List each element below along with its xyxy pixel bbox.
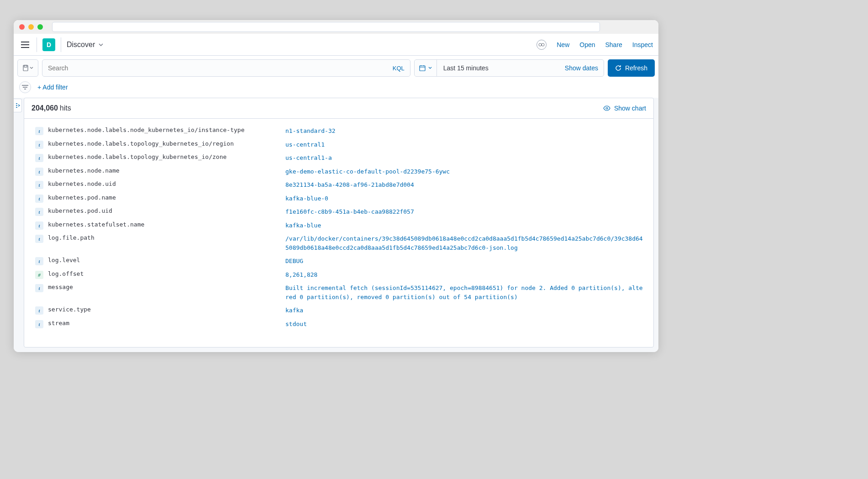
field-value[interactable]: stdout bbox=[285, 320, 307, 329]
hits-count: 204,060 bbox=[32, 104, 58, 112]
field-row[interactable]: tkubernetes.node.namegke-demo-elastic-co… bbox=[35, 165, 645, 179]
date-quick-select[interactable] bbox=[415, 60, 437, 76]
browser-url-box[interactable] bbox=[52, 22, 600, 32]
field-row[interactable]: tstreamstdout bbox=[35, 317, 645, 331]
refresh-label: Refresh bbox=[625, 64, 647, 72]
field-list[interactable]: tkubernetes.node.labels.node_kubernetes_… bbox=[24, 119, 653, 347]
calendar-icon bbox=[419, 65, 426, 71]
chevron-down-icon bbox=[428, 66, 432, 70]
date-picker-group: Last 15 minutes Show dates bbox=[414, 59, 604, 77]
field-value[interactable]: kafka-blue-0 bbox=[285, 194, 328, 203]
field-value[interactable]: f1e160fc-c8b9-451a-b4eb-caa98822f057 bbox=[285, 207, 414, 216]
filter-options-button[interactable] bbox=[19, 81, 31, 93]
text-type-icon: t bbox=[35, 257, 43, 265]
new-link[interactable]: New bbox=[557, 41, 569, 48]
field-name: kubernetes.pod.name bbox=[48, 194, 281, 201]
window-titlebar bbox=[14, 20, 658, 34]
number-type-icon: # bbox=[35, 271, 43, 279]
field-value[interactable]: 8,261,828 bbox=[285, 270, 317, 279]
header-actions: New Open Share Inspect bbox=[537, 40, 653, 50]
app-name-label: Discover bbox=[67, 41, 95, 49]
field-row[interactable]: tkubernetes.node.labels.topology_kuberne… bbox=[35, 151, 645, 165]
query-bar: KQL Last 15 minutes Show dates Refresh bbox=[14, 56, 658, 80]
show-chart-label: Show chart bbox=[614, 105, 646, 112]
text-type-icon: t bbox=[35, 221, 43, 230]
svg-point-1 bbox=[542, 43, 544, 46]
field-row[interactable]: tlog.levelDEBUG bbox=[35, 254, 645, 268]
minimize-window-dot[interactable] bbox=[28, 24, 34, 30]
search-input[interactable] bbox=[48, 60, 389, 76]
open-link[interactable]: Open bbox=[579, 41, 595, 48]
field-value[interactable]: Built incremental fetch (sessionId=53511… bbox=[285, 284, 645, 301]
field-name: log.offset bbox=[48, 270, 281, 277]
field-row[interactable]: tlog.file.path/var/lib/docker/containers… bbox=[35, 232, 645, 254]
share-link[interactable]: Share bbox=[605, 41, 622, 48]
field-value[interactable]: 8e321134-ba5a-4208-af96-21abd8e7d004 bbox=[285, 180, 414, 189]
field-value[interactable]: gke-demo-elastic-co-default-pool-d2239e7… bbox=[285, 167, 450, 176]
field-value[interactable]: us-central1-a bbox=[285, 153, 332, 163]
field-row[interactable]: tkubernetes.node.labels.node_kubernetes_… bbox=[35, 124, 645, 138]
field-name: kubernetes.node.uid bbox=[48, 180, 281, 187]
inspect-link[interactable]: Inspect bbox=[632, 41, 653, 48]
date-range-text[interactable]: Last 15 minutes bbox=[437, 60, 565, 76]
text-type-icon: t bbox=[35, 181, 43, 189]
field-row[interactable]: tkubernetes.pod.namekafka-blue-0 bbox=[35, 192, 645, 205]
text-type-icon: t bbox=[35, 154, 43, 162]
sidebar-expand-button[interactable] bbox=[14, 99, 22, 112]
app-switcher[interactable]: Discover bbox=[67, 41, 104, 49]
text-type-icon: t bbox=[35, 306, 43, 315]
field-row[interactable]: tkubernetes.pod.uidf1e160fc-c8b9-451a-b4… bbox=[35, 205, 645, 219]
field-row[interactable]: #log.offset8,261,828 bbox=[35, 268, 645, 282]
text-type-icon: t bbox=[35, 208, 43, 216]
nav-menu-button[interactable] bbox=[19, 40, 31, 50]
field-name: kubernetes.node.labels.node_kubernetes_i… bbox=[48, 126, 281, 133]
field-row[interactable]: tservice.typekafka bbox=[35, 304, 645, 317]
accessibility-icon[interactable] bbox=[537, 40, 547, 50]
field-name: kubernetes.node.name bbox=[48, 167, 281, 174]
content-area: 204,060 hits Show chart tkubernetes.node… bbox=[14, 98, 658, 352]
field-value[interactable]: us-central1 bbox=[285, 140, 325, 149]
app-badge: D bbox=[42, 38, 55, 51]
field-row[interactable]: tkubernetes.statefulset.namekafka-blue bbox=[35, 219, 645, 232]
field-name: log.file.path bbox=[48, 234, 281, 241]
svg-rect-3 bbox=[24, 65, 27, 67]
field-value[interactable]: /var/lib/docker/containers/39c38d645089d… bbox=[285, 234, 645, 252]
show-chart-link[interactable]: Show chart bbox=[603, 105, 646, 112]
text-type-icon: t bbox=[35, 127, 43, 135]
filter-bar: + Add filter bbox=[14, 80, 658, 98]
show-dates-link[interactable]: Show dates bbox=[565, 60, 604, 76]
refresh-button[interactable]: Refresh bbox=[608, 59, 655, 77]
field-name: kubernetes.pod.uid bbox=[48, 207, 281, 214]
text-type-icon: t bbox=[35, 320, 43, 328]
field-value[interactable]: n1-standard-32 bbox=[285, 126, 336, 136]
kql-toggle[interactable]: KQL bbox=[393, 65, 405, 72]
divider bbox=[37, 37, 37, 52]
svg-point-5 bbox=[606, 107, 608, 109]
add-filter-link[interactable]: + Add filter bbox=[37, 84, 68, 91]
refresh-icon bbox=[615, 65, 621, 71]
maximize-window-dot[interactable] bbox=[37, 24, 43, 30]
text-type-icon: t bbox=[35, 141, 43, 149]
eye-icon bbox=[603, 105, 610, 112]
text-type-icon: t bbox=[35, 235, 43, 243]
text-type-icon: t bbox=[35, 168, 43, 176]
field-row[interactable]: tkubernetes.node.labels.topology_kuberne… bbox=[35, 138, 645, 152]
field-value[interactable]: DEBUG bbox=[285, 257, 303, 266]
svg-rect-4 bbox=[420, 66, 425, 71]
close-window-dot[interactable] bbox=[19, 24, 25, 30]
field-row[interactable]: tkubernetes.node.uid8e321134-ba5a-4208-a… bbox=[35, 178, 645, 192]
svg-point-0 bbox=[539, 43, 542, 46]
field-name: kubernetes.statefulset.name bbox=[48, 221, 281, 228]
field-name: log.level bbox=[48, 257, 281, 263]
field-value[interactable]: kafka-blue bbox=[285, 221, 321, 230]
field-row[interactable]: tmessageBuilt incremental fetch (session… bbox=[35, 281, 645, 304]
field-name: stream bbox=[48, 320, 281, 326]
app-header: D Discover New Open Share Inspect bbox=[14, 34, 658, 56]
text-type-icon: t bbox=[35, 284, 43, 292]
field-value[interactable]: kafka bbox=[285, 306, 303, 315]
field-name: service.type bbox=[48, 306, 281, 313]
field-name: kubernetes.node.labels.topology_kubernet… bbox=[48, 140, 281, 147]
results-panel: 204,060 hits Show chart tkubernetes.node… bbox=[24, 98, 654, 347]
saved-query-button[interactable] bbox=[17, 59, 38, 77]
app-window: D Discover New Open Share Inspect KQL bbox=[14, 20, 658, 352]
